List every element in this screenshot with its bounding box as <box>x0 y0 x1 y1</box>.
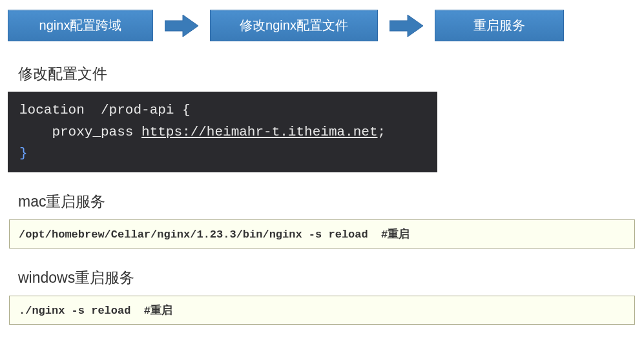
code-comment: #重启 <box>144 305 172 317</box>
flow-step-label: 重启服务 <box>473 18 525 32</box>
arrow-right-icon <box>388 13 425 39</box>
code-command: /opt/homebrew/Cellar/nginx/1.23.3/bin/ng… <box>19 228 381 241</box>
mac-restart-code-block: /opt/homebrew/Cellar/nginx/1.23.3/bin/ng… <box>9 219 635 249</box>
flow-step-modify-config: 修改nginx配置文件 <box>210 10 378 41</box>
flow-steps-row: nginx配置跨域 修改nginx配置文件 重启服务 <box>0 0 644 41</box>
code-brace-close: } <box>19 146 28 161</box>
code-line-prefix: proxy_pass <box>19 125 141 139</box>
arrow-right-icon <box>163 13 200 39</box>
nginx-config-code-block: location /prod-api { proxy_pass https://… <box>8 92 437 172</box>
code-line: location /prod-api { <box>19 103 191 117</box>
windows-restart-code-block: ./nginx -s reload #重启 <box>9 296 635 325</box>
section-title-config: 修改配置文件 <box>18 64 644 84</box>
code-command: ./nginx -s reload <box>19 305 144 317</box>
code-line-suffix: ; <box>378 125 386 139</box>
flow-step-restart: 重启服务 <box>435 10 564 41</box>
flow-step-nginx-cors: nginx配置跨域 <box>8 10 153 41</box>
code-comment: #重启 <box>381 228 410 241</box>
flow-step-label: nginx配置跨域 <box>39 18 122 32</box>
code-url: https://heimahr-t.itheima.net <box>141 125 377 139</box>
flow-step-label: 修改nginx配置文件 <box>240 18 348 32</box>
section-title-windows: windows重启服务 <box>18 268 644 288</box>
section-title-mac: mac重启服务 <box>18 192 644 212</box>
